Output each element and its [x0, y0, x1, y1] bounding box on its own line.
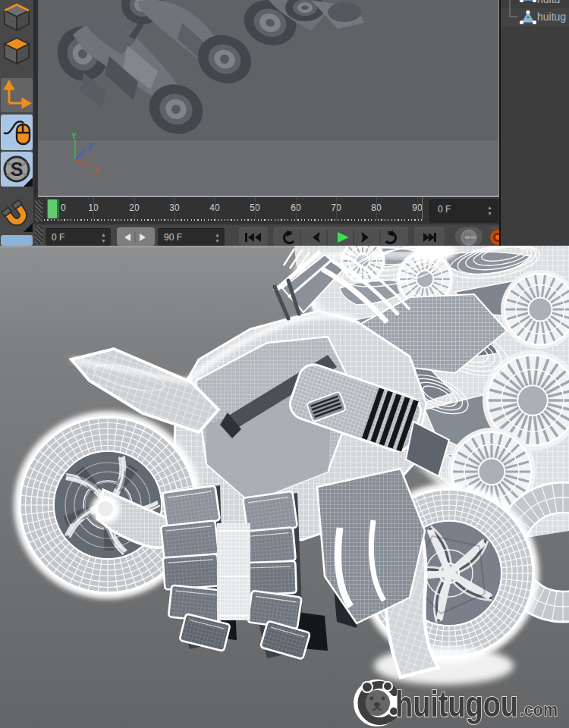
svg-text:.com: .com [520, 699, 558, 720]
svg-text:Z: Z [88, 143, 93, 151]
svg-text:X: X [94, 166, 99, 174]
svg-text:S: S [11, 158, 24, 180]
svg-text:huitugou: huitugou [395, 684, 518, 724]
svg-text:Y: Y [71, 132, 77, 140]
